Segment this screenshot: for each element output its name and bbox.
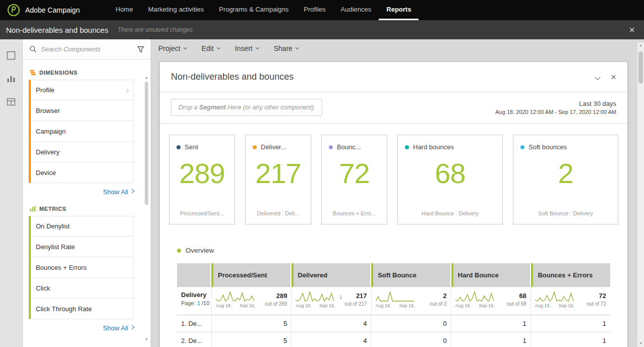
filter-icon[interactable] <box>137 46 144 53</box>
chevron-right-icon <box>130 325 134 329</box>
close-panel-icon[interactable]: × <box>611 72 616 82</box>
column-header-bounces-errors[interactable]: Bounces + Errors <box>531 263 610 287</box>
canvas-icon[interactable] <box>6 50 16 61</box>
menu-insert[interactable]: Insert <box>235 44 259 52</box>
metric-item-bounces-errors[interactable]: Bounces + Errors <box>29 257 134 278</box>
delivery-label: Delivery <box>181 291 209 299</box>
spark-x-start: Aug 18, <box>376 303 391 308</box>
nav-item-programs-campaigns[interactable]: Programs & Campaigns <box>211 0 296 20</box>
nav-item-profiles[interactable]: Profiles <box>296 0 333 20</box>
overview-title: Overview <box>186 247 214 254</box>
menu-edit[interactable]: Edit <box>202 44 220 52</box>
kpi-card-bounces[interactable]: Bounc... 72 Bounces + Erro... <box>321 135 387 224</box>
column-header-processed-sent[interactable]: Processed/Sent <box>211 263 291 287</box>
dimensions-show-all-link[interactable]: Show All <box>29 188 134 196</box>
cell-out-of: out of 68 <box>507 301 526 307</box>
dimension-label: Profile <box>36 86 54 94</box>
metric-item-click[interactable]: Click <box>29 278 134 299</box>
metric-item-on-denylist[interactable]: On Denylist <box>29 216 134 237</box>
report-menubar: Project Edit Insert Share <box>151 39 644 57</box>
menu-share[interactable]: Share <box>274 44 299 52</box>
nav-item-audiences[interactable]: Audiences <box>333 0 379 20</box>
segment-drop-zone[interactable]: Drop a Segment Here (or any other compon… <box>171 99 322 116</box>
dimension-item-campaign[interactable]: Campaign <box>29 121 134 142</box>
scroll-up-icon[interactable]: ▲ <box>144 75 149 80</box>
scroll-down-icon[interactable]: ▼ <box>637 340 644 346</box>
kpi-card-hard-bounces[interactable]: Hard bounces 68 Hard Bounce : Delivery <box>397 135 503 224</box>
cell-value: 289 <box>265 292 287 300</box>
cell-value: 68 <box>507 292 526 300</box>
kpi-card-soft-bounces[interactable]: Soft bounces 2 Soft Bounce : Delivery <box>513 135 618 224</box>
panel-title: Non-deliverables and bounces <box>171 72 294 82</box>
metric-label: On Denylist <box>36 222 70 230</box>
kpi-value: 72 <box>322 157 387 190</box>
menu-project[interactable]: Project <box>158 44 187 52</box>
close-icon[interactable]: × <box>626 25 638 35</box>
search-input[interactable] <box>41 45 133 53</box>
cell-out-of: out of 217 <box>344 301 367 307</box>
panel-subheader: Drop a Segment Here (or any other compon… <box>160 92 627 124</box>
sparkline-chart <box>535 291 574 303</box>
metric-item-click-through-rate[interactable]: Click Through Rate <box>29 299 134 319</box>
page-total: /10 <box>202 300 209 306</box>
nav-item-home[interactable]: Home <box>108 0 141 20</box>
row-cell: 1 <box>451 332 531 347</box>
nav-item-marketing-activities[interactable]: Marketing activities <box>141 0 212 20</box>
dimension-item-device[interactable]: Device <box>29 162 134 183</box>
main-nav: Home Marketing activities Programs & Cam… <box>108 0 419 20</box>
dimension-label: Delivery <box>36 148 60 156</box>
spark-x-end: Sep 16, <box>479 303 495 308</box>
column-header-hard-bounce[interactable]: Hard Bounce <box>451 263 532 287</box>
metric-label: Denylist Rate <box>36 243 75 251</box>
kpi-sublabel: Processed/Sent... <box>172 210 231 216</box>
overview-header: Overview <box>177 247 610 254</box>
spark-x-start: Aug 18, <box>296 303 311 308</box>
page-label: Page: <box>181 300 196 306</box>
sidebar-scrollbar[interactable]: ▲ ▼ <box>144 75 149 342</box>
nav-item-reports[interactable]: Reports <box>379 0 419 20</box>
kpi-cards: Sent 289 Processed/Sent... Deliver... 21… <box>160 124 627 235</box>
row-cell: 1 <box>531 315 610 332</box>
metric-label: Bounces + Errors <box>36 264 87 271</box>
column-header-delivered[interactable]: Delivered <box>291 263 372 287</box>
scrollbar-thumb[interactable] <box>638 51 643 84</box>
cell-out-of: out of 72 <box>587 301 606 307</box>
spark-x-start: Aug 18, <box>216 303 231 308</box>
dimension-item-browser[interactable]: Browser <box>29 100 134 121</box>
sparkline-chart <box>296 291 335 303</box>
scroll-down-icon[interactable]: ▼ <box>144 336 149 342</box>
table-icon[interactable] <box>6 97 16 107</box>
dropzone-text: Drop a <box>179 104 199 111</box>
column-header-soft-bounce[interactable]: Soft Bounce <box>371 263 451 287</box>
menu-label: Insert <box>235 44 253 52</box>
vertical-scrollbar[interactable]: ▲ ▼ <box>637 42 644 347</box>
row-cell: 1 <box>531 332 610 347</box>
dimension-item-profile[interactable]: Profile <box>29 80 134 100</box>
kpi-card-sent[interactable]: Sent 289 Processed/Sent... <box>169 135 235 224</box>
dimension-item-delivery[interactable]: Delivery <box>29 142 134 162</box>
delivery-cell-delivered: Aug 18,Sep 16, ↓ 217out of 217 <box>291 287 371 315</box>
table-row[interactable]: 1. De... 5 4 0 1 1 <box>177 315 610 332</box>
metrics-show-all-link[interactable]: Show All <box>29 324 134 332</box>
left-tool-strip <box>0 39 23 347</box>
report-period[interactable]: Last 30 days Aug 18, 2020 12:00 AM - Sep… <box>495 100 616 115</box>
table-header-row: Processed/Sent Delivered Soft Bounce Har… <box>177 263 610 287</box>
kpi-label: Deliver... <box>261 143 286 151</box>
chart-icon[interactable] <box>6 74 16 84</box>
metric-item-denylist-rate[interactable]: Denylist Rate <box>29 237 134 257</box>
brand: Adobe Campaign <box>0 0 108 20</box>
scrollbar-thumb[interactable] <box>145 82 148 205</box>
kpi-dot <box>177 145 181 149</box>
page-current-link[interactable]: 1 <box>197 300 200 306</box>
dimensions-label: DIMENSIONS <box>39 70 78 76</box>
cell-out-of: out of 289 <box>265 301 287 307</box>
table-row[interactable]: 2. De... 5 4 0 1 1 <box>177 332 610 347</box>
kpi-card-delivered[interactable]: Deliver... 217 Delivered : Deli... <box>245 135 311 224</box>
chevron-down-icon <box>256 46 259 49</box>
show-all-label: Show All <box>103 324 128 332</box>
scroll-up-icon[interactable]: ▲ <box>637 42 644 48</box>
spark-x-end: Sep 16, <box>559 303 574 308</box>
kpi-value: 289 <box>169 157 235 190</box>
delivery-cell-processed-sent: Aug 18,Sep 16, 289out of 289 <box>211 287 291 315</box>
collapse-panel-icon[interactable] <box>596 73 600 81</box>
